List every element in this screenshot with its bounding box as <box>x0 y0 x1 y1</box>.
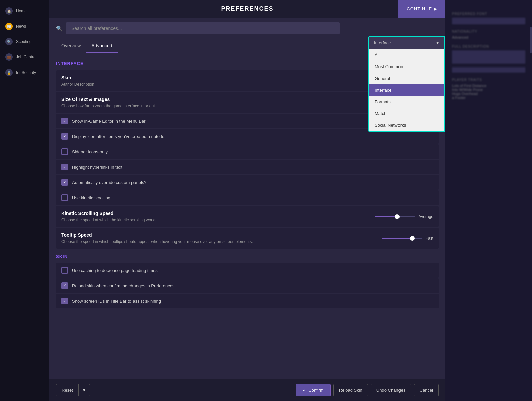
kinetic-speed-value: Average <box>419 214 433 219</box>
undo-changes-button[interactable]: Undo Changes <box>371 384 411 396</box>
dropdown-item-match[interactable]: Match <box>369 108 444 119</box>
skin-checkbox-label-1: Reload skin when confirming changes in P… <box>72 283 174 288</box>
skin-author: Author <box>61 82 74 87</box>
checkbox-2[interactable] <box>61 148 68 155</box>
top-bar: PREFERENCES CONTINUE ▶ <box>49 0 445 18</box>
tooltip-speed-value: Fast <box>426 236 433 241</box>
slider-track-tooltip <box>382 238 422 239</box>
right-panel-content: PREFERRED FONT NATIONALITY Advanced FULL… <box>445 0 532 106</box>
news-icon: 📰 <box>5 23 13 30</box>
bottom-bar: Reset ▼ ✓ Confirm Reload Skin Undo Chang… <box>49 379 445 401</box>
reset-dropdown-button[interactable]: ▼ <box>79 384 90 396</box>
skin-description: Description <box>74 82 94 87</box>
slider-fill-tooltip <box>382 238 412 239</box>
slider-thumb[interactable] <box>395 214 400 219</box>
bottom-left: Reset ▼ <box>56 384 90 396</box>
skin-label: Skin Author Description <box>61 75 94 87</box>
checkbox-1[interactable] <box>61 133 68 140</box>
sidebar-item-scouting[interactable]: 🔍 Scouting <box>0 34 49 49</box>
skin-checkbox-label-2: Show screen IDs in Title Bar to assist s… <box>72 299 161 304</box>
skin-checkbox-row-2: Show screen IDs in Title Bar to assist s… <box>56 294 439 308</box>
sidebar: 🏠 Home 📰 News 🔍 Scouting 💼 Job Centre 🔒 … <box>0 0 49 401</box>
size-label: Size Of Text & Images Choose how far to … <box>61 97 156 108</box>
skin-section-title: SKIN <box>56 254 439 259</box>
tooltip-speed-block: Tooltip Speed Choose the speed in which … <box>56 228 439 249</box>
slider-thumb-tooltip[interactable] <box>410 236 415 241</box>
kinetic-speed-label: Kinetic Scrolling Speed Choose the speed… <box>61 211 157 222</box>
checkbox-row-3: Highlight hyperlinks in text <box>56 160 439 174</box>
checkbox-row-5: Use kinetic scrolling <box>56 190 439 205</box>
nationality-label: NATIONALITY <box>452 30 525 33</box>
tooltip-speed-slider[interactable]: Fast <box>382 236 433 241</box>
continue-button[interactable]: CONTINUE ▶ <box>398 0 445 18</box>
scouting-icon: 🔍 <box>5 38 13 45</box>
dropdown-item-general[interactable]: General <box>369 73 444 84</box>
sidebar-item-news[interactable]: 📰 News <box>0 19 49 34</box>
skin-checkbox-row-0: Use caching to decrease page loading tim… <box>56 263 439 278</box>
checkbox-label-0: Show In-Game Editor in the Menu Bar <box>72 119 146 124</box>
checkbox-row-2: Sidebar icons-only <box>56 144 439 159</box>
sidebar-item-label: Job Centre <box>16 55 36 59</box>
kinetic-speed-row: Kinetic Scrolling Speed Choose the speed… <box>56 206 439 227</box>
dropdown-chevron-icon: ▼ <box>435 40 440 45</box>
right-panel-scrollbar[interactable] <box>529 0 532 401</box>
dropdown-item-interface[interactable]: Interface <box>369 84 444 96</box>
checkbox-label-3: Highlight hyperlinks in text <box>72 165 122 170</box>
checkbox-0[interactable] <box>61 118 68 124</box>
slider-track <box>375 216 415 217</box>
player-traits-label: PLAYER TRAITS <box>452 78 525 82</box>
sidebar-item-label: Scouting <box>16 39 32 44</box>
scrollbar-thumb[interactable] <box>530 27 532 53</box>
filter-dropdown: Interface ▼ All Most Common General Inte… <box>368 36 445 132</box>
checkbox-label-2: Sidebar icons-only <box>72 149 108 154</box>
tooltip-speed-row: Tooltip Speed Choose the speed in which … <box>56 228 439 249</box>
search-icon: 🔍 <box>56 25 63 32</box>
checkbox-3[interactable] <box>61 164 68 170</box>
main-panel: PREFERENCES CONTINUE ▶ 🔍 Overview Advanc… <box>49 0 445 401</box>
dropdown-item-social-networks[interactable]: Social Networks <box>369 119 444 131</box>
checkbox-label-1: Display icon after items you've created … <box>72 134 166 139</box>
nationality-value: Advanced <box>452 35 525 39</box>
skin-checkbox-row-1: Reload skin when confirming changes in P… <box>56 278 439 293</box>
kinetic-speed-slider[interactable]: Average <box>375 214 433 219</box>
description-label: FULL DESCRIPTION <box>452 45 525 48</box>
sidebar-item-label: Home <box>16 9 27 13</box>
dropdown-item-most-common[interactable]: Most Common <box>369 61 444 73</box>
right-panel: PREFERRED FONT NATIONALITY Advanced FULL… <box>445 0 532 401</box>
checkbox-row-4: Automatically override custom panels? <box>56 175 439 190</box>
kinetic-speed-block: Kinetic Scrolling Speed Choose the speed… <box>56 206 439 227</box>
checkbox-label-5: Use kinetic scrolling <box>72 195 110 200</box>
reset-button[interactable]: Reset <box>56 384 79 396</box>
sidebar-item-label: News <box>16 24 26 29</box>
skin-checkbox-0[interactable] <box>61 267 68 274</box>
sidebar-item-job-centre[interactable]: 💼 Job Centre <box>0 49 49 65</box>
sidebar-item-home[interactable]: 🏠 Home <box>0 3 49 19</box>
dropdown-selected-row[interactable]: Interface ▼ <box>369 37 444 49</box>
security-icon: 🔒 <box>5 69 13 76</box>
skin-checkbox-label-0: Use caching to decrease page loading tim… <box>72 268 158 273</box>
dropdown-item-formats[interactable]: Formats <box>369 96 444 108</box>
checkbox-label-4: Automatically override custom panels? <box>72 180 147 185</box>
tooltip-speed-label: Tooltip Speed Choose the speed in which … <box>61 232 253 244</box>
checkbox-4[interactable] <box>61 179 68 186</box>
preferred-font-label: PREFERRED FONT <box>452 12 525 16</box>
dropdown-item-all[interactable]: All <box>369 49 444 61</box>
skin-checkbox-1[interactable] <box>61 282 68 289</box>
search-input[interactable] <box>66 22 340 34</box>
skin-checkbox-2[interactable] <box>61 298 68 304</box>
slider-fill <box>375 216 397 217</box>
tab-overview[interactable]: Overview <box>56 39 86 53</box>
checkbox-5[interactable] <box>61 194 68 201</box>
sidebar-item-label: Int Security <box>16 70 36 75</box>
cancel-button[interactable]: Cancel <box>414 384 439 396</box>
tab-advanced[interactable]: Advanced <box>86 39 117 53</box>
confirm-button[interactable]: ✓ Confirm <box>296 384 331 396</box>
home-icon: 🏠 <box>5 7 13 15</box>
bottom-right: ✓ Confirm Reload Skin Undo Changes Cance… <box>296 384 439 396</box>
confirm-check-icon: ✓ <box>303 388 306 393</box>
page-title: PREFERENCES <box>221 5 273 12</box>
reload-skin-button[interactable]: Reload Skin <box>333 384 368 396</box>
sidebar-item-security[interactable]: 🔒 Int Security <box>0 65 49 80</box>
job-icon: 💼 <box>5 53 13 61</box>
